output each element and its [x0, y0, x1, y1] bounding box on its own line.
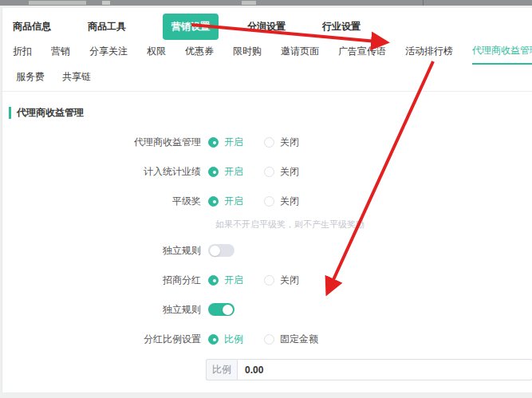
- form-row-count-into-stats: 计入统计业绩 开启 关闭: [2, 162, 532, 181]
- ratio-input-prefix: 比例: [206, 359, 237, 380]
- sliver-fragment: [29, 1, 86, 5]
- tab-coupons[interactable]: 优惠券: [185, 45, 214, 64]
- field-label: 分红比例设置: [2, 333, 208, 346]
- radio-dot-icon: [264, 334, 274, 345]
- radio-fixed-amount[interactable]: 固定金额: [264, 333, 318, 346]
- hint-row: 如果不开启平级奖，则不产生平级奖励: [2, 216, 532, 231]
- tab-agent-revenue-management[interactable]: 代理商收益管理: [472, 44, 532, 65]
- radio-label: 关闭: [280, 195, 299, 208]
- tab-marketing-settings[interactable]: 营销设置: [163, 14, 219, 40]
- radio-dot-icon: [264, 275, 274, 286]
- radio-label: 开启: [224, 274, 243, 287]
- radio-dot-icon: [208, 196, 219, 207]
- sliver-fragment: [102, 1, 110, 5]
- radio-dot-icon: [208, 334, 219, 345]
- independent-rule-toggle[interactable]: [208, 244, 234, 257]
- form-row-agent-revenue: 代理商收益管理 开启 关闭: [2, 132, 532, 152]
- radio-off[interactable]: 关闭: [264, 165, 299, 179]
- sliver-divider: [423, 0, 424, 6]
- radio-label: 开启: [224, 195, 243, 208]
- radio-off[interactable]: 关闭: [264, 274, 299, 287]
- section-title: 代理商收益管理: [17, 106, 84, 120]
- radio-label: 关闭: [280, 136, 299, 149]
- field-label: 平级奖: [2, 195, 208, 208]
- radio-dot-icon: [208, 275, 219, 286]
- primary-tab-bar: 商品信息 商品工具 营销设置 分润设置 行业设置: [2, 8, 532, 41]
- radio-dot-icon: [208, 137, 219, 148]
- form-row-same-level-bonus: 平级奖 开启 关闭: [2, 191, 532, 211]
- radio-label: 关闭: [280, 274, 299, 287]
- secondary-tab-bar: 折扣 营销 分享关注 权限 优惠券 限时购 邀请页面 广告宣传语 活动排行榜 代…: [2, 41, 532, 62]
- radio-dot-icon: [264, 137, 274, 148]
- tab-marketing[interactable]: 营销: [51, 45, 70, 64]
- settings-panel: 商品信息 商品工具 营销设置 分润设置 行业设置 折扣 营销 分享关注 权限 优…: [2, 8, 532, 392]
- radio-label: 关闭: [280, 165, 299, 179]
- section-accent-bar: [9, 107, 11, 119]
- radio-label: 比例: [224, 333, 243, 346]
- radio-on[interactable]: 开启: [208, 195, 243, 208]
- tab-share-follow[interactable]: 分享关注: [89, 45, 128, 64]
- tab-discount[interactable]: 折扣: [13, 45, 32, 64]
- ratio-input-group: 比例: [206, 359, 532, 380]
- radio-on[interactable]: 开启: [208, 136, 243, 149]
- tab-invite-page[interactable]: 邀请页面: [281, 45, 319, 64]
- tab-ad-slogan[interactable]: 广告宣传语: [338, 45, 386, 64]
- field-label: 计入统计业绩: [2, 165, 208, 179]
- tab-product-tools[interactable]: 商品工具: [88, 20, 126, 33]
- tab-permissions[interactable]: 权限: [147, 45, 166, 64]
- radio-on[interactable]: 开启: [208, 165, 243, 179]
- tab-service-fee[interactable]: 服务费: [16, 70, 45, 84]
- tab-activity-ranking[interactable]: 活动排行榜: [405, 45, 453, 64]
- form-row-independent-rule-2: 独立规则: [2, 300, 532, 319]
- tab-industry-settings[interactable]: 行业设置: [322, 20, 361, 33]
- radio-label: 固定金额: [280, 333, 318, 346]
- field-label: 独立规则: [2, 244, 208, 258]
- tab-product-info[interactable]: 商品信息: [13, 20, 51, 33]
- field-label: 代理商收益管理: [2, 136, 208, 149]
- agent-revenue-form: 代理商收益管理 开启 关闭 计入统计业绩 开启: [2, 132, 532, 380]
- section-header: 代理商收益管理: [9, 106, 532, 120]
- ratio-input[interactable]: [237, 359, 532, 380]
- radio-dot-icon: [208, 167, 219, 177]
- independent-rule-toggle-2[interactable]: [208, 303, 234, 316]
- tab-profit-sharing-settings[interactable]: 分润设置: [247, 20, 286, 33]
- radio-dot-icon: [264, 196, 274, 207]
- secondary-tab-bar-row2: 服务费 共享链: [2, 62, 532, 85]
- tab-shared-chain[interactable]: 共享链: [62, 70, 91, 84]
- radio-off[interactable]: 关闭: [264, 136, 299, 149]
- radio-label: 开启: [224, 165, 243, 179]
- radio-off[interactable]: 关闭: [264, 195, 299, 208]
- section-divider: [2, 91, 532, 92]
- sliver-fragment: [242, 1, 256, 5]
- same-level-bonus-hint: 如果不开启平级奖，则不产生平级奖励: [215, 219, 365, 229]
- radio-label: 开启: [224, 136, 243, 149]
- radio-ratio[interactable]: 比例: [208, 333, 243, 346]
- field-label: 独立规则: [2, 303, 208, 317]
- previous-screen-sliver: [0, 0, 532, 6]
- form-row-independent-rule-1: 独立规则: [2, 241, 532, 260]
- form-row-recruit-dividend: 招商分红 开启 关闭: [2, 270, 532, 290]
- radio-on[interactable]: 开启: [208, 274, 243, 287]
- toggle-knob: [210, 246, 220, 256]
- radio-dot-icon: [264, 167, 274, 177]
- toggle-knob: [223, 305, 233, 315]
- field-label: 招商分红: [2, 274, 208, 287]
- tab-flash-sale[interactable]: 限时购: [233, 45, 262, 64]
- form-row-dividend-ratio-setting: 分红比例设置 比例 固定金额: [2, 329, 532, 349]
